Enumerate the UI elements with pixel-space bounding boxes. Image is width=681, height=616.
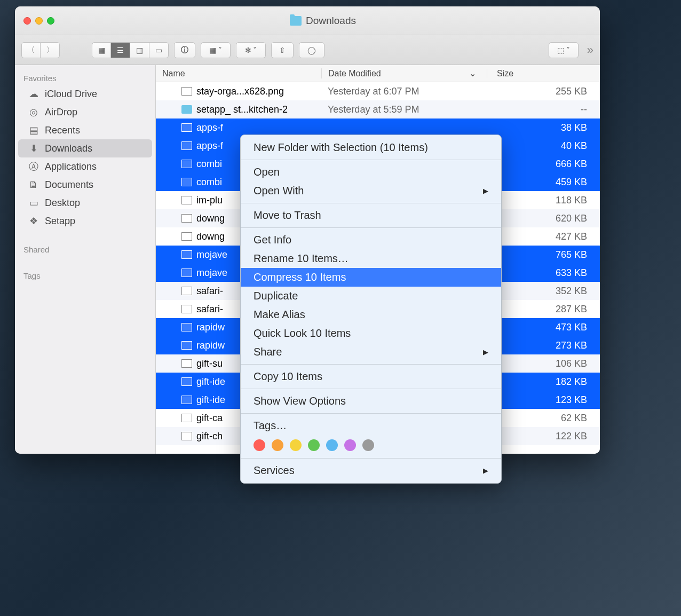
tags-button[interactable]: ◯ xyxy=(299,42,324,58)
forward-button[interactable]: 〉 xyxy=(41,42,60,58)
context-menu-item[interactable]: Copy 10 Items xyxy=(241,367,501,386)
context-menu-label: Open xyxy=(254,166,280,178)
icon-view-button[interactable]: ▦ xyxy=(92,42,111,58)
file-size: 62 KB xyxy=(487,413,600,424)
context-menu-item[interactable]: Get Info xyxy=(241,231,501,249)
file-size: 473 KB xyxy=(487,322,600,333)
folder-icon xyxy=(290,16,302,26)
context-menu-label: Make Alias xyxy=(254,309,305,321)
tags-header: Tags xyxy=(15,267,155,282)
context-menu-item[interactable]: Open xyxy=(241,163,501,181)
sidebar-item-icloud[interactable]: ☁iCloud Drive xyxy=(15,85,155,103)
file-icon xyxy=(181,341,192,350)
maximize-window-button[interactable] xyxy=(47,17,54,25)
file-icon xyxy=(181,232,192,241)
file-size: 182 KB xyxy=(487,376,600,388)
file-name: safari- xyxy=(196,286,223,297)
file-name: gift-ide xyxy=(196,376,225,388)
context-menu-item[interactable]: Rename 10 Items… xyxy=(241,249,501,268)
context-menu-item[interactable]: Quick Look 10 Items xyxy=(241,324,501,343)
sidebar-item-desktop[interactable]: ▭Desktop xyxy=(15,194,155,212)
action-button[interactable]: ✻ ˅ xyxy=(236,42,266,58)
sidebar-item-applications[interactable]: ⒶApplications xyxy=(15,157,155,176)
context-menu-item[interactable]: Make Alias xyxy=(241,305,501,324)
list-view-button[interactable]: ☰ xyxy=(111,42,130,58)
column-date[interactable]: Date Modified⌄ xyxy=(321,68,487,78)
context-menu-item[interactable]: Open With xyxy=(241,181,501,200)
context-menu-label: Tags… xyxy=(254,420,287,432)
share-button[interactable]: ⇧ xyxy=(271,42,294,58)
dropbox-button[interactable]: ⬚ ˅ xyxy=(549,42,579,58)
recents-icon: ▤ xyxy=(28,124,39,136)
column-headers: Name Date Modified⌄ Size xyxy=(156,65,600,82)
context-menu-label: Get Info xyxy=(254,234,291,246)
tag-color-dot[interactable] xyxy=(290,439,302,451)
tag-colors-row xyxy=(241,435,501,455)
file-icon xyxy=(181,196,192,204)
minimize-window-button[interactable] xyxy=(35,17,43,25)
group-button[interactable]: ▦ ˅ xyxy=(201,42,231,58)
column-size[interactable]: Size xyxy=(487,69,600,78)
context-menu-services[interactable]: Services xyxy=(241,461,501,480)
context-menu-label: Show View Options xyxy=(254,395,346,407)
file-name: safari- xyxy=(196,304,223,315)
context-menu-item[interactable]: Duplicate xyxy=(241,287,501,305)
close-window-button[interactable] xyxy=(23,17,31,25)
gallery-view-button[interactable]: ▭ xyxy=(149,42,169,58)
column-view-button[interactable]: ▥ xyxy=(130,42,149,58)
tag-color-dot[interactable] xyxy=(344,439,356,451)
file-row[interactable]: stay-orga...x628.pngYesterday at 6:07 PM… xyxy=(156,82,600,100)
context-menu-item[interactable]: Show View Options xyxy=(241,392,501,410)
info-button[interactable]: ⓘ xyxy=(174,42,195,58)
sidebar-item-documents[interactable]: 🗎Documents xyxy=(15,176,155,194)
file-size: 666 KB xyxy=(487,159,600,170)
file-size: 427 KB xyxy=(487,231,600,242)
context-menu-item[interactable]: Move to Trash xyxy=(241,206,501,225)
sidebar-item-airdrop[interactable]: ◎AirDrop xyxy=(15,103,155,121)
tag-color-dot[interactable] xyxy=(254,439,265,451)
context-menu-label: Duplicate xyxy=(254,290,298,302)
file-name: combi xyxy=(196,159,222,170)
tag-color-dot[interactable] xyxy=(308,439,320,451)
tag-color-dot[interactable] xyxy=(272,439,283,451)
context-menu: New Folder with Selection (10 Items)Open… xyxy=(240,135,502,484)
file-size: 38 KB xyxy=(487,122,600,133)
file-name: setapp_ st...kitchen-2 xyxy=(196,104,288,115)
overflow-icon[interactable]: » xyxy=(587,43,593,57)
sort-chevron-icon: ⌄ xyxy=(469,68,476,78)
file-name: apps-f xyxy=(196,122,223,133)
sidebar-item-recents[interactable]: ▤Recents xyxy=(15,121,155,139)
toolbar: 〈 〉 ▦ ☰ ▥ ▭ ⓘ ▦ ˅ ✻ ˅ ⇧ ◯ ⬚ ˅ » xyxy=(15,35,600,65)
context-menu-item[interactable]: Compress 10 Items xyxy=(241,268,501,287)
context-menu-label: Copy 10 Items xyxy=(254,370,322,383)
file-size: 620 KB xyxy=(487,213,600,224)
file-name: downg xyxy=(196,213,225,224)
column-name[interactable]: Name xyxy=(156,69,321,78)
context-menu-item[interactable]: Share xyxy=(241,343,501,361)
file-icon xyxy=(181,214,192,223)
file-date: Yesterday at 5:59 PM xyxy=(321,104,487,115)
sidebar-item-setapp[interactable]: ❖Setapp xyxy=(15,212,155,230)
file-name: apps-f xyxy=(196,140,223,152)
file-icon xyxy=(181,323,192,331)
context-menu-item[interactable]: New Folder with Selection (10 Items) xyxy=(241,138,501,157)
favorites-header: Favorites xyxy=(15,69,155,85)
sidebar-item-downloads[interactable]: ⬇Downloads xyxy=(18,139,152,157)
file-name: rapidw xyxy=(196,340,225,351)
nav-buttons: 〈 〉 xyxy=(21,42,60,58)
file-icon xyxy=(181,123,192,132)
file-name: stay-orga...x628.png xyxy=(196,86,284,97)
tag-color-dot[interactable] xyxy=(362,439,374,451)
file-size: 118 KB xyxy=(487,195,600,206)
file-size: 122 KB xyxy=(487,431,600,442)
file-name: rapidw xyxy=(196,322,225,333)
file-row[interactable]: apps-f38 KB xyxy=(156,119,600,137)
tag-color-dot[interactable] xyxy=(326,439,338,451)
view-mode-group: ▦ ☰ ▥ ▭ xyxy=(92,42,169,58)
back-button[interactable]: 〈 xyxy=(21,42,41,58)
context-menu-item[interactable]: Tags… xyxy=(241,416,501,435)
file-row[interactable]: setapp_ st...kitchen-2Yesterday at 5:59 … xyxy=(156,100,600,119)
file-name: combi xyxy=(196,177,222,188)
file-size: 459 KB xyxy=(487,177,600,188)
file-icon xyxy=(181,141,192,150)
